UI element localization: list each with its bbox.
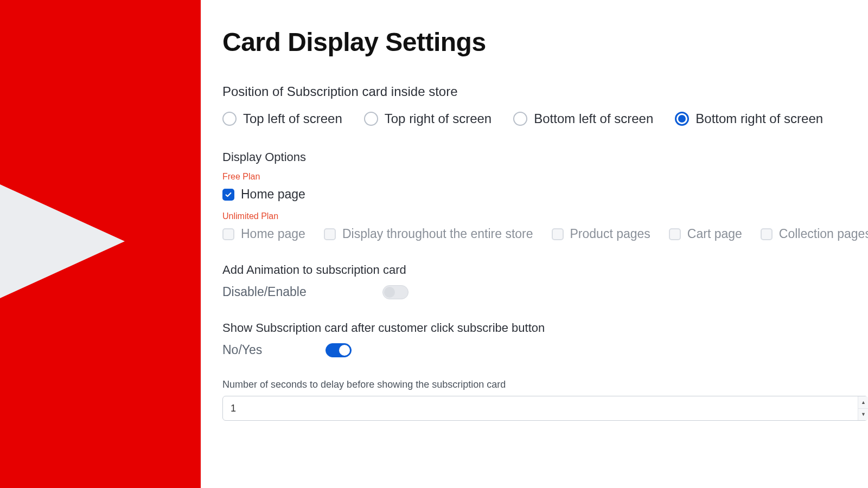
- radio-bottom-right[interactable]: Bottom right of screen: [675, 111, 823, 126]
- section-display-options: Display Options Free Plan Home page Unli…: [222, 150, 846, 241]
- checkbox-label: Home page: [241, 187, 305, 202]
- checkbox-label: Product pages: [570, 227, 650, 241]
- section-animation: Add Animation to subscription card Disab…: [222, 263, 846, 299]
- animation-toggle-label: Disable/Enable: [222, 285, 307, 299]
- radio-icon: [513, 112, 527, 126]
- delay-label: Number of seconds to delay before showin…: [222, 379, 846, 390]
- animation-toggle-row: Disable/Enable: [222, 285, 846, 299]
- checkbox-label: Home page: [241, 227, 305, 241]
- radio-label: Top left of screen: [243, 111, 342, 126]
- radio-top-left[interactable]: Top left of screen: [222, 111, 342, 126]
- unlimited-plan-label: Unlimited Plan: [222, 211, 846, 221]
- delay-seconds-input[interactable]: [222, 396, 868, 421]
- checkbox-entire-store[interactable]: Display throughout the entire store: [324, 227, 533, 241]
- show-after-toggle[interactable]: [326, 343, 352, 357]
- radio-label: Bottom right of screen: [695, 111, 823, 126]
- show-after-label: Show Subscription card after customer cl…: [222, 321, 846, 335]
- free-plan-label: Free Plan: [222, 172, 846, 182]
- toggle-knob: [339, 345, 350, 356]
- play-icon: [0, 141, 125, 342]
- checkbox-label: Display throughout the entire store: [342, 227, 533, 241]
- checkbox-icon: [761, 228, 773, 240]
- radio-label: Top right of screen: [385, 111, 492, 126]
- main-content: Card Display Settings Position of Subscr…: [201, 0, 868, 488]
- toggle-knob: [384, 287, 395, 298]
- number-spinner: ▲ ▼: [858, 396, 868, 420]
- radio-top-right[interactable]: Top right of screen: [364, 111, 492, 126]
- show-after-toggle-row: No/Yes: [222, 343, 846, 357]
- free-plan-options: Home page: [222, 187, 846, 202]
- radio-icon: [675, 112, 689, 126]
- checkbox-collection-pages[interactable]: Collection pages: [761, 227, 868, 241]
- radio-bottom-left[interactable]: Bottom left of screen: [513, 111, 653, 126]
- checkbox-icon: [222, 228, 234, 240]
- checkbox-home-page-free[interactable]: Home page: [222, 187, 305, 202]
- position-label: Position of Subscription card inside sto…: [222, 84, 846, 99]
- checkbox-home-page-unlimited[interactable]: Home page: [222, 227, 305, 241]
- checkbox-label: Cart page: [687, 227, 742, 241]
- section-show-after-subscribe: Show Subscription card after customer cl…: [222, 321, 846, 357]
- checkbox-icon: [222, 189, 234, 201]
- checkbox-icon: [669, 228, 681, 240]
- spinner-up-button[interactable]: ▲: [858, 396, 868, 409]
- section-delay: Number of seconds to delay before showin…: [222, 379, 846, 421]
- checkbox-icon: [552, 228, 564, 240]
- unlimited-plan-options: Home page Display throughout the entire …: [222, 227, 846, 241]
- position-radio-group: Top left of screen Top right of screen B…: [222, 111, 846, 126]
- show-after-toggle-label: No/Yes: [222, 343, 277, 357]
- animation-toggle[interactable]: [382, 285, 409, 299]
- display-options-label: Display Options: [222, 150, 846, 164]
- spinner-down-button[interactable]: ▼: [858, 409, 868, 421]
- radio-label: Bottom left of screen: [534, 111, 653, 126]
- checkbox-cart-page[interactable]: Cart page: [669, 227, 742, 241]
- radio-icon: [364, 112, 378, 126]
- section-position: Position of Subscription card inside sto…: [222, 84, 846, 126]
- animation-label: Add Animation to subscription card: [222, 263, 846, 277]
- radio-icon: [222, 112, 237, 126]
- checkbox-product-pages[interactable]: Product pages: [552, 227, 650, 241]
- page-title: Card Display Settings: [222, 27, 846, 57]
- checkbox-label: Collection pages: [779, 227, 868, 241]
- sidebar-brand: [0, 0, 201, 488]
- checkbox-icon: [324, 228, 336, 240]
